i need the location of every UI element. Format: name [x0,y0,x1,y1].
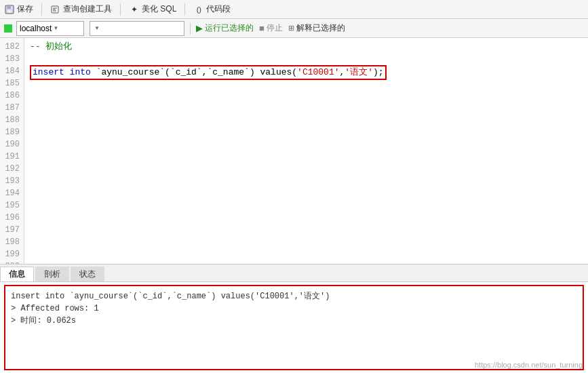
db-dropdown-arrow: ▼ [94,25,100,31]
code-line-194 [30,190,583,202]
line-numbers: 1821831841851861871881891901911921931941… [0,38,24,264]
code-line-183 [30,53,583,65]
stop-icon: ■ [259,23,264,33]
editor-area[interactable]: 1821831841851861871881891901911921931941… [0,38,588,264]
tab-status-label: 状态 [79,269,96,280]
stop-button[interactable]: ■ 停止 [259,22,283,34]
code-line-199 [30,251,583,263]
result-affected-line: > Affected rows: 1 [11,302,577,315]
beautify-button[interactable]: ✦ 美化 SQL [129,3,176,15]
code-line-193 [30,178,583,190]
explain-button[interactable]: ⊞ 解释已选择的 [288,22,345,34]
svg-rect-1 [7,5,11,9]
host-label: localhost [20,24,52,33]
main-area: 1821831841851861871881891901911921931941… [0,38,588,373]
tab-status[interactable]: 状态 [71,267,104,281]
svg-rect-2 [7,9,12,13]
code-line-200 [30,263,583,264]
code-line-189 [30,129,583,141]
tab-info-label: 信息 [9,269,25,280]
editor-content[interactable]: 1821831841851861871881891901911921931941… [0,38,588,264]
sep4 [190,22,191,35]
query-tool-label: 查询创建工具 [63,3,112,15]
code-line-186 [30,92,583,104]
code-line-187 [30,104,583,117]
code-label: 代码段 [206,3,231,15]
code-icon: () [193,4,204,15]
code-line-195 [30,202,583,214]
explain-icon: ⊞ [288,24,294,33]
query-tool-button[interactable]: 查询创建工具 [50,3,112,15]
code-lines[interactable]: -- 初始化 insert into `aynu_course`(`c_id`,… [24,38,588,264]
tab-parse-label: 剖析 [44,269,60,280]
beautify-icon: ✦ [129,4,140,15]
bottom-panel: 信息 剖析 状态 insert into `aynu_course`(`c_id… [0,264,588,373]
code-line-190 [30,141,583,153]
code-line-196 [30,214,583,227]
result-time-line: > 时间: 0.062s [11,315,577,327]
stop-label: 停止 [267,22,283,34]
toolbar-2: localhost ▼ ▼ ▶ 运行已选择的 ■ 停止 ⊞ 解释已选择的 [0,19,588,38]
run-button[interactable]: ▶ 运行已选择的 [196,22,254,34]
sep1 [41,3,42,16]
connection-status-icon [4,24,12,33]
code-button[interactable]: () 代码段 [193,3,231,15]
beautify-label: 美化 SQL [142,3,176,15]
tab-info[interactable]: 信息 [0,267,34,281]
code-line-188 [30,117,583,129]
sep2 [120,3,121,16]
toolbar-1: 保存 查询创建工具 ✦ 美化 SQL () 代码段 [0,0,588,19]
run-label: 运行已选择的 [205,22,254,34]
play-icon: ▶ [196,23,203,33]
save-label: 保存 [17,3,33,15]
code-line-192 [30,165,583,178]
host-dropdown-arrow: ▼ [53,25,58,31]
sep3 [184,3,185,16]
watermark: https://blog.csdn.net/sun_turning [475,361,583,369]
save-button[interactable]: 保存 [4,3,33,15]
code-line-185 [30,80,583,92]
tab-parse[interactable]: 剖析 [35,267,69,281]
save-icon [4,4,15,15]
code-line-197 [30,227,583,239]
code-line-182: -- 初始化 [30,41,583,53]
result-query-line: insert into `aynu_course`(`c_id`,`c_name… [11,290,577,302]
query-icon [50,4,61,15]
host-select[interactable]: localhost ▼ [16,21,84,36]
code-line-198 [30,239,583,251]
connection-selector[interactable]: localhost ▼ [4,21,84,36]
result-area: insert into `aynu_course`(`c_id`,`c_name… [4,285,584,370]
code-line-184: insert into `aynu_course`(`c_id`,`c_name… [30,65,583,80]
tabs-bar: 信息 剖析 状态 [0,264,588,282]
database-select[interactable]: ▼ [90,21,184,36]
code-line-191 [30,153,583,165]
explain-label: 解释已选择的 [296,22,345,34]
